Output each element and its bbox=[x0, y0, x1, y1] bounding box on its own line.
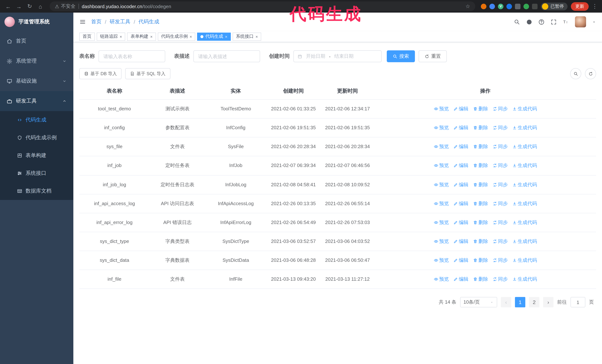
sidebar-item-code-generation[interactable]: 代码生成 bbox=[0, 111, 73, 129]
sync-link[interactable]: 同步 bbox=[493, 238, 508, 245]
sidebar-item-form-builder[interactable]: 表单构建 bbox=[0, 147, 73, 164]
edit-link[interactable]: 编辑 bbox=[453, 257, 468, 264]
delete-link[interactable]: 删除 bbox=[473, 219, 488, 226]
tag-codegen-example[interactable]: 代码生成示例 × bbox=[158, 32, 195, 41]
edit-link[interactable]: 编辑 bbox=[453, 181, 468, 188]
tag-form-builder[interactable]: 表单构建 × bbox=[127, 32, 156, 41]
tag-code-generation[interactable]: 代码生成 × bbox=[197, 32, 231, 41]
edit-link[interactable]: 编辑 bbox=[453, 200, 468, 207]
generate-code-link[interactable]: 生成代码 bbox=[512, 162, 537, 169]
import-db-button[interactable]: 基于 DB 导入 bbox=[79, 68, 122, 79]
edit-link[interactable]: 编辑 bbox=[453, 162, 468, 169]
generate-code-link[interactable]: 生成代码 bbox=[512, 181, 537, 188]
generate-code-link[interactable]: 生成代码 bbox=[512, 257, 537, 264]
goto-page-input[interactable] bbox=[570, 297, 585, 308]
security-warning[interactable]: ⚠ 不安全 bbox=[55, 3, 75, 10]
table-name-input[interactable] bbox=[98, 50, 165, 62]
sidebar-item-codegen-example[interactable]: 代码生成示例 bbox=[0, 129, 73, 147]
generate-code-link[interactable]: 生成代码 bbox=[512, 238, 537, 245]
edit-link[interactable]: 编辑 bbox=[453, 105, 468, 113]
delete-link[interactable]: 删除 bbox=[473, 162, 488, 169]
back-icon[interactable]: ← bbox=[4, 3, 12, 10]
delete-link[interactable]: 删除 bbox=[473, 257, 488, 264]
address-bar[interactable]: ⚠ 不安全 dashboard.yudao.iocoder.cn/tool/co… bbox=[50, 1, 475, 11]
bookmark-star-icon[interactable]: ☆ bbox=[465, 3, 470, 9]
close-icon[interactable]: × bbox=[120, 34, 122, 39]
sync-link[interactable]: 同步 bbox=[493, 181, 508, 188]
caret-down-icon[interactable] bbox=[592, 20, 596, 24]
date-range-picker[interactable]: 开始日期 - 结束日期 bbox=[293, 50, 382, 62]
sidebar-item-system-management[interactable]: 系统管理 bbox=[0, 51, 73, 71]
refresh-table-button[interactable] bbox=[585, 68, 596, 79]
puzzle-extension-icon[interactable] bbox=[532, 3, 538, 9]
tag-system-api[interactable]: 系统接口 × bbox=[233, 32, 261, 41]
delete-link[interactable]: 删除 bbox=[473, 181, 488, 188]
sync-link[interactable]: 同步 bbox=[493, 143, 508, 151]
toggle-search-button[interactable] bbox=[570, 68, 581, 79]
search-button[interactable]: 搜索 bbox=[387, 50, 415, 62]
font-size-icon[interactable] bbox=[563, 19, 569, 25]
table-desc-input[interactable] bbox=[194, 50, 260, 62]
sync-link[interactable]: 同步 bbox=[493, 105, 508, 113]
preview-link[interactable]: 预览 bbox=[434, 124, 449, 131]
preview-link[interactable]: 预览 bbox=[434, 105, 449, 113]
sync-link[interactable]: 同步 bbox=[493, 257, 508, 264]
delete-link[interactable]: 删除 bbox=[473, 143, 488, 151]
sync-link[interactable]: 同步 bbox=[493, 219, 508, 226]
sidebar-item-db-doc[interactable]: 数据库文档 bbox=[0, 182, 73, 200]
profile-chip[interactable]: 已暂停 bbox=[541, 2, 568, 10]
edit-link[interactable]: 编辑 bbox=[453, 124, 468, 131]
tag-home[interactable]: 首页 bbox=[79, 32, 95, 41]
generate-code-link[interactable]: 生成代码 bbox=[512, 143, 537, 151]
sidebar-item-system-api[interactable]: 系统接口 bbox=[0, 164, 73, 182]
delete-link[interactable]: 删除 bbox=[473, 276, 488, 283]
search-icon[interactable] bbox=[514, 19, 520, 25]
generate-code-link[interactable]: 生成代码 bbox=[512, 276, 537, 283]
extension-icon-1[interactable] bbox=[481, 3, 486, 9]
reload-icon[interactable]: ↻ bbox=[26, 3, 33, 10]
help-icon[interactable] bbox=[538, 19, 545, 25]
sidebar-item-home[interactable]: 首页 bbox=[0, 31, 73, 51]
fullscreen-icon[interactable] bbox=[550, 19, 557, 25]
preview-link[interactable]: 预览 bbox=[434, 276, 449, 283]
extension-icon-4[interactable] bbox=[515, 3, 520, 9]
browser-menu-icon[interactable]: ⋮ bbox=[592, 3, 598, 10]
page-button-2[interactable]: 2 bbox=[529, 297, 539, 308]
generate-code-link[interactable]: 生成代码 bbox=[512, 124, 537, 131]
delete-link[interactable]: 删除 bbox=[473, 105, 488, 113]
preview-link[interactable]: 预览 bbox=[434, 143, 449, 151]
sidebar-item-dev-tools[interactable]: 研发工具 bbox=[0, 91, 73, 111]
tag-tracing[interactable]: 链路追踪 × bbox=[97, 32, 125, 41]
generate-code-link[interactable]: 生成代码 bbox=[512, 200, 537, 207]
edit-link[interactable]: 编辑 bbox=[453, 238, 468, 245]
close-icon[interactable]: × bbox=[256, 34, 258, 39]
import-sql-button[interactable]: 基于 SQL 导入 bbox=[125, 68, 170, 79]
edit-link[interactable]: 编辑 bbox=[453, 276, 468, 283]
close-icon[interactable]: × bbox=[225, 34, 227, 39]
generate-code-link[interactable]: 生成代码 bbox=[512, 219, 537, 226]
browser-update-button[interactable]: 更新 bbox=[571, 2, 589, 10]
sync-link[interactable]: 同步 bbox=[493, 162, 508, 169]
sync-link[interactable]: 同步 bbox=[493, 124, 508, 131]
next-page-button[interactable]: › bbox=[543, 297, 553, 308]
close-icon[interactable]: × bbox=[150, 34, 153, 39]
sync-link[interactable]: 同步 bbox=[493, 276, 508, 283]
forward-icon[interactable]: → bbox=[15, 3, 22, 10]
edit-link[interactable]: 编辑 bbox=[453, 143, 468, 151]
extension-icon-5[interactable] bbox=[524, 3, 529, 9]
sidebar-item-infrastructure[interactable]: 基础设施 bbox=[0, 71, 73, 91]
preview-link[interactable]: 预览 bbox=[434, 238, 449, 245]
generate-code-link[interactable]: 生成代码 bbox=[512, 105, 537, 113]
preview-link[interactable]: 预览 bbox=[434, 200, 449, 207]
vue-devtools-icon[interactable]: V bbox=[498, 3, 504, 9]
extension-icon-3[interactable] bbox=[506, 3, 512, 9]
breadcrumb-item-dev-tools[interactable]: 研发工具 bbox=[110, 19, 130, 25]
preview-link[interactable]: 预览 bbox=[434, 162, 449, 169]
page-button-1[interactable]: 1 bbox=[515, 297, 525, 308]
delete-link[interactable]: 删除 bbox=[473, 124, 488, 131]
close-icon[interactable]: × bbox=[190, 34, 192, 39]
page-size-select[interactable]: 10条/页 bbox=[460, 297, 497, 308]
breadcrumb-item-home[interactable]: 首页 bbox=[91, 19, 101, 25]
hamburger-icon[interactable] bbox=[79, 19, 86, 25]
delete-link[interactable]: 删除 bbox=[473, 200, 488, 207]
